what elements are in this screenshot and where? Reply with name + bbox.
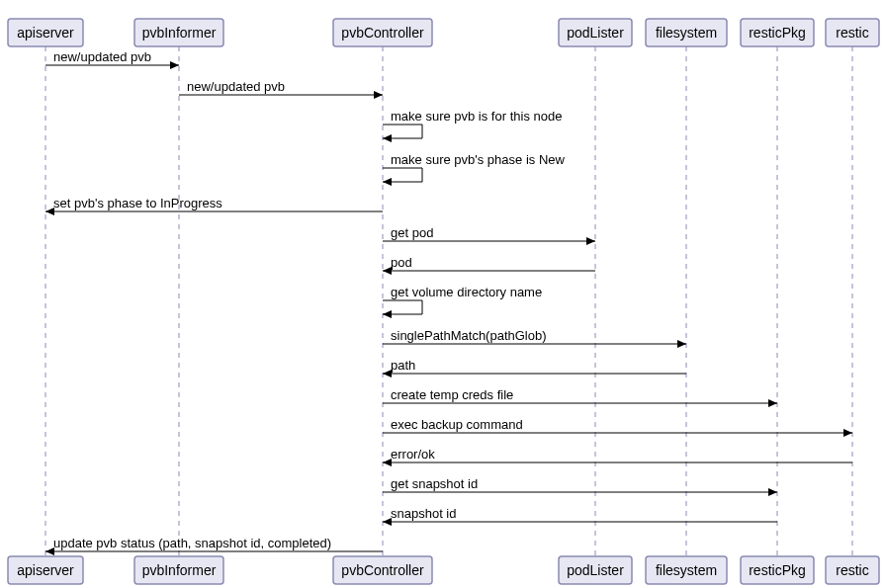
message-label: get snapshot id bbox=[391, 476, 478, 491]
arrow-head-icon bbox=[768, 399, 777, 407]
arrow-head-icon bbox=[768, 488, 777, 496]
participant-label: pvbInformer bbox=[142, 25, 217, 41]
message-label: snapshot id bbox=[391, 506, 457, 521]
message-label: singlePathMatch(pathGlob) bbox=[391, 328, 547, 343]
message-label: new/updated pvb bbox=[53, 49, 151, 64]
arrow-head-icon bbox=[383, 178, 392, 186]
participant-label: filesystem bbox=[656, 562, 717, 578]
message-label: exec backup command bbox=[391, 417, 523, 432]
participant-label: resticPkg bbox=[749, 562, 806, 578]
arrow-head-icon bbox=[383, 310, 392, 318]
arrow-head-icon bbox=[383, 459, 392, 466]
arrow-head-icon bbox=[45, 547, 54, 555]
sequence-diagram: apiserverpvbInformerpvbControllerpodList… bbox=[0, 0, 885, 588]
participant-label: pvbInformer bbox=[142, 562, 217, 578]
message-label: create temp creds file bbox=[391, 387, 513, 402]
message-label: path bbox=[391, 358, 415, 373]
participant-label: restic bbox=[836, 562, 868, 578]
message-label: make sure pvb is for this node bbox=[391, 109, 562, 124]
message-label: make sure pvb's phase is New bbox=[391, 152, 566, 167]
message-label: new/updated pvb bbox=[187, 79, 285, 94]
arrow-head-icon bbox=[383, 370, 392, 378]
participant-label: restic bbox=[836, 25, 868, 41]
message-label: get pod bbox=[391, 225, 433, 240]
participant-label: apiserver bbox=[17, 25, 74, 41]
participant-label: resticPkg bbox=[749, 25, 806, 41]
arrow-head-icon bbox=[383, 134, 392, 142]
message-label: pod bbox=[391, 255, 412, 270]
participant-label: pvbController bbox=[341, 562, 424, 578]
message-label: error/ok bbox=[391, 447, 435, 462]
participant-label: podLister bbox=[567, 562, 624, 578]
arrow-head-icon bbox=[374, 91, 383, 99]
message-label: set pvb's phase to InProgress bbox=[53, 196, 222, 210]
message-label: update pvb status (path, snapshot id, co… bbox=[53, 536, 331, 550]
message-label: get volume directory name bbox=[391, 285, 542, 299]
arrow-head-icon bbox=[45, 208, 54, 215]
participant-label: pvbController bbox=[341, 25, 424, 41]
arrow-head-icon bbox=[586, 237, 595, 245]
participant-label: apiserver bbox=[17, 562, 74, 578]
arrow-head-icon bbox=[843, 429, 852, 437]
participant-label: filesystem bbox=[656, 25, 717, 41]
arrow-head-icon bbox=[383, 518, 392, 526]
arrow-head-icon bbox=[677, 340, 686, 348]
arrow-head-icon bbox=[170, 61, 179, 69]
participant-label: podLister bbox=[567, 25, 624, 41]
arrow-head-icon bbox=[383, 267, 392, 275]
